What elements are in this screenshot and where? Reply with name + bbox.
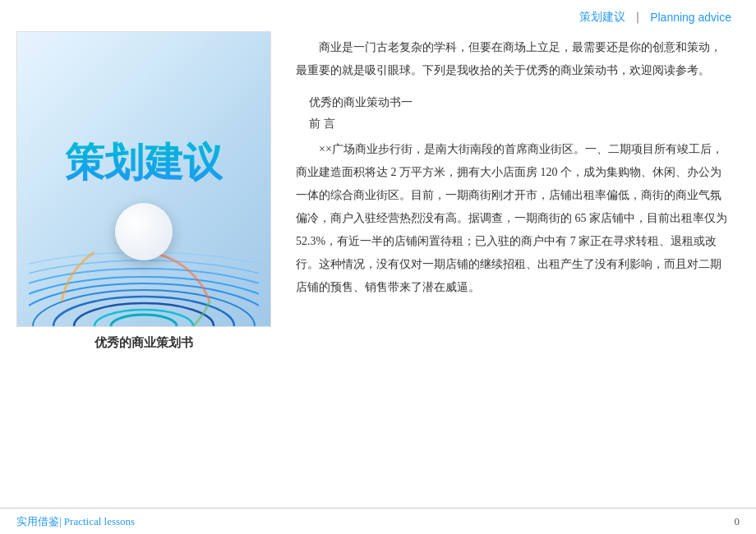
footer-page-number: 0 [735,515,740,528]
header-title-cn: 策划建议 [579,10,625,25]
cover-subtitle: 优秀的商业策划书 [94,335,193,349]
footer-cn-label: 实用借鉴 [16,515,59,527]
article-body: ××广场商业步行街，是南大街南段的首席商业街区。一、二期项目所有竣工后，商业建造… [296,138,731,299]
left-panel: 策划建议 [16,31,271,504]
intro-text: 商业是一门古老复杂的学科，但要在商场上立足，最需要还是你的创意和策动，最重要的就… [296,36,731,82]
page-container: 策划建议 ｜ Planning advice 策划建议 [0,0,756,534]
cover-image: 策划建议 [16,31,271,327]
header-divider: ｜ [632,10,643,25]
page-footer: 实用借鉴| Practical lessons 0 [0,508,756,534]
article-title: 优秀的商业策动书一 [296,95,731,110]
footer-en-label: Practical lessons [64,515,135,527]
article-preface: 前 言 [296,117,731,131]
main-content: 策划建议 [0,31,756,504]
footer-left-label: 实用借鉴| Practical lessons [16,515,135,527]
page-header: 策划建议 ｜ Planning advice [0,0,756,31]
right-panel: 商业是一门古老复杂的学科，但要在商场上立足，最需要还是你的创意和策动，最重要的就… [288,31,740,504]
cover-large-title: 策划建议 [65,136,223,189]
white-sphere-decoration [115,203,173,260]
footer-left: 实用借鉴| Practical lessons [16,513,135,529]
header-title-en: Planning advice [650,11,731,24]
